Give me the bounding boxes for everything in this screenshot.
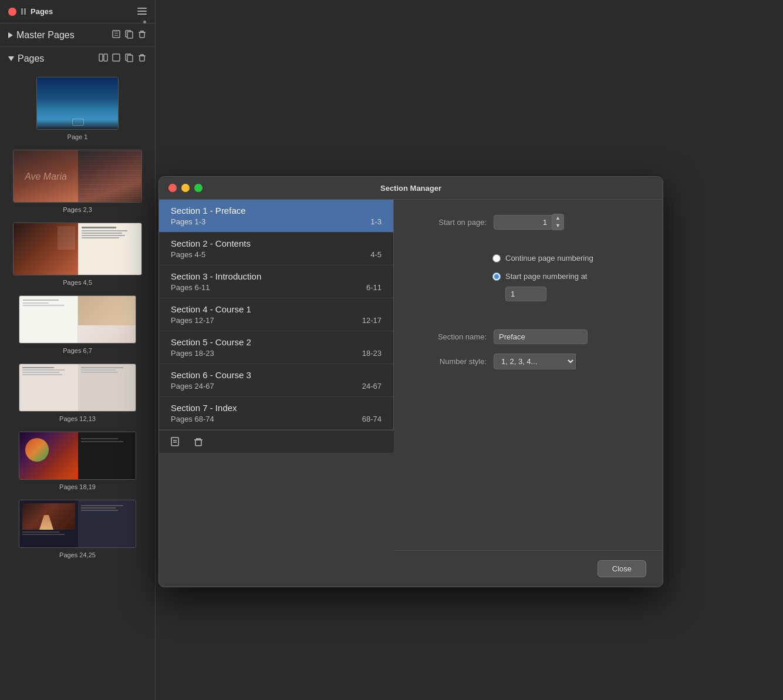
traffic-lights (168, 184, 203, 192)
panel-header: Pages (0, 0, 155, 23)
section-item-name: Section 1 - Preface (171, 206, 382, 216)
section-list-item[interactable]: Section 1 - Preface Pages 1-3 1-3 (159, 200, 393, 233)
page-row-1: Page 1 (7, 77, 148, 140)
duplicate-master-icon[interactable] (124, 29, 134, 41)
section-item-range: 68-74 (362, 415, 382, 423)
continue-numbering-option[interactable]: Continue page numbering (492, 254, 646, 262)
number-style-label: Number style: (410, 357, 487, 366)
dialog-titlebar: Section Manager (159, 177, 663, 200)
pages-view-icon[interactable] (99, 53, 108, 64)
start-on-page-down[interactable]: ▼ (552, 222, 563, 230)
section-item-range: 24-67 (362, 382, 382, 391)
section-list-item[interactable]: Section 6 - Course 3 Pages 24-67 24-67 (159, 364, 393, 397)
section-list-item[interactable]: Section 4 - Course 1 Pages 12-17 12-17 (159, 298, 393, 331)
delete-page-icon[interactable] (137, 53, 147, 64)
section-name-input[interactable] (494, 329, 588, 344)
duplicate-page-icon[interactable] (124, 53, 134, 64)
svg-rect-13 (104, 54, 107, 61)
delete-section-button[interactable] (191, 435, 206, 448)
continue-numbering-radio[interactable] (492, 254, 501, 262)
section-list-footer (159, 430, 394, 453)
page-row-1819: Pages 18,19 (7, 432, 148, 490)
page-row-1213: Pages 12,13 (7, 364, 148, 422)
continue-numbering-label: Continue page numbering (505, 254, 593, 262)
page-thumb-2425[interactable]: Pages 24,25 (19, 500, 136, 558)
section-list-item[interactable]: Section 3 - Introduction Pages 6-11 6-11 (159, 265, 393, 298)
close-dialog-button[interactable] (168, 184, 177, 192)
start-on-page-input[interactable] (494, 215, 552, 230)
section-list: Section 1 - Preface Pages 1-3 1-3 Sectio… (159, 200, 394, 430)
start-on-page-up[interactable]: ▲ (552, 214, 563, 222)
section-item-name: Section 5 - Course 2 (171, 337, 382, 347)
svg-rect-16 (127, 55, 133, 62)
number-style-select[interactable]: 1, 2, 3, 4... i, ii, iii, iv... I, II, I… (494, 354, 576, 369)
section-name-label: Section name: (410, 332, 487, 341)
page-2425-label: Pages 24,25 (59, 551, 96, 558)
page-1819-label: Pages 18,19 (59, 483, 96, 490)
section-item-name: Section 4 - Course 1 (171, 304, 382, 314)
section-item-range: 6-11 (366, 283, 382, 292)
start-on-page-row: Start on page: ▲ ▼ (410, 214, 646, 230)
collapse-master-icon (8, 32, 13, 38)
section-item-name: Section 3 - Introduction (171, 271, 382, 281)
page-thumb-23[interactable]: Ave Maria Pages 2,3 (13, 150, 142, 213)
delete-master-icon[interactable] (137, 29, 147, 41)
page-1-label: Page 1 (68, 133, 88, 140)
number-style-select-container: 1, 2, 3, 4... i, ii, iii, iv... I, II, I… (494, 354, 576, 369)
section-item-pages: Pages 68-74 (171, 415, 214, 423)
section-item-range: 1-3 (370, 217, 382, 226)
start-numbering-input[interactable] (505, 287, 546, 301)
page-1213-label: Pages 12,13 (59, 415, 96, 422)
start-numbering-label: Start page numbering at (505, 272, 587, 281)
start-numbering-radio[interactable] (492, 272, 501, 281)
page-row-67: Pages 6,7 (7, 295, 148, 354)
dialog-title: Section Manager (380, 184, 441, 193)
section-item-pages: Pages 6-11 (171, 283, 210, 292)
section-item-pages: Pages 12-17 (171, 316, 214, 325)
start-numbering-option[interactable]: Start page numbering at (492, 272, 646, 281)
pages-header-row[interactable]: Pages (0, 47, 155, 70)
section-item-pages: Pages 18-23 (171, 349, 214, 358)
master-pages-row[interactable]: Master Pages ☰ (0, 23, 155, 47)
pause-panel-button[interactable] (21, 8, 26, 15)
page-row-2425: Pages 24,25 (7, 500, 148, 558)
continue-numbering-row: Continue page numbering (492, 254, 646, 262)
svg-rect-22 (171, 438, 178, 446)
page-thumb-1[interactable]: Page 1 (36, 77, 119, 140)
panel-menu-icon[interactable] (137, 6, 147, 17)
maximize-dialog-button[interactable] (194, 184, 203, 192)
page-23-label: Pages 2,3 (63, 206, 92, 213)
page-67-label: Pages 6,7 (63, 347, 92, 354)
section-item-range: 18-23 (362, 349, 382, 358)
section-item-pages: Pages 4-5 (171, 250, 205, 259)
svg-rect-0 (137, 8, 147, 9)
section-list-item[interactable]: Section 7 - Index Pages 68-74 68-74 (159, 397, 393, 430)
close-button[interactable]: Close (598, 560, 646, 577)
start-numbering-row: Start page numbering at (492, 272, 646, 301)
svg-rect-7 (140, 32, 144, 38)
page-thumb-45[interactable]: Pages 4,5 (13, 223, 142, 286)
page-thumb-67[interactable]: Pages 6,7 (19, 295, 136, 354)
page-thumb-1819[interactable]: Pages 18,19 (19, 432, 136, 490)
svg-rect-6 (127, 32, 133, 38)
page-row-23: Ave Maria Pages 2,3 (7, 150, 148, 213)
dialog-footer: Close (394, 550, 663, 587)
section-item-pages: Pages 24-67 (171, 382, 214, 391)
page-thumb-1213[interactable]: Pages 12,13 (19, 364, 136, 422)
start-on-page-label: Start on page: (410, 218, 487, 227)
new-master-page-icon[interactable]: ☰ (112, 29, 121, 41)
section-manager-dialog: Section Manager Section 1 - Preface Page… (158, 176, 663, 587)
pages-panel: Pages Master Pages ☰ Pages (0, 0, 156, 700)
section-list-item[interactable]: Section 2 - Contents Pages 4-5 4-5 (159, 233, 393, 265)
svg-rect-14 (113, 54, 120, 61)
start-on-page-arrows: ▲ ▼ (552, 214, 564, 230)
pages-grid: Page 1 Ave Maria Pages 2,3 (0, 70, 155, 700)
svg-rect-12 (99, 54, 103, 61)
add-section-button[interactable] (168, 435, 184, 448)
panel-title: Pages (31, 7, 53, 16)
close-panel-button[interactable] (8, 8, 16, 16)
section-list-item[interactable]: Section 5 - Course 2 Pages 18-23 18-23 (159, 331, 393, 364)
minimize-dialog-button[interactable] (181, 184, 190, 192)
section-name-row: Section name: (410, 329, 646, 344)
new-page-icon[interactable] (112, 53, 121, 64)
